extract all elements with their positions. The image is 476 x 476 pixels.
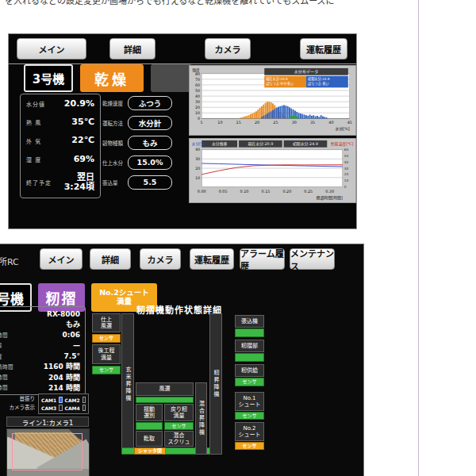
tab-カメラ[interactable]: カメラ: [140, 248, 181, 270]
svg-text:30: 30: [195, 100, 200, 104]
screenshot-stage: を入れるなどの設定変更が圃場からでも行えるなど乾燥機を離れていてもスムーズに 3…: [0, 0, 476, 476]
tab-メイン[interactable]: メイン: [17, 38, 86, 60]
camera-checkbox-cam1[interactable]: [59, 397, 62, 403]
tab-運転履歴[interactable]: 運転履歴: [300, 38, 347, 60]
diagram-node-paddy-elev: 籾昇降機: [209, 313, 222, 455]
camera-roi-overlay: [12, 433, 83, 470]
diagram-node-wind-bar: [136, 397, 194, 403]
spec-label: ロール時間: [0, 373, 8, 381]
page-caption: を入れるなどの設定変更が圃場からでも行えるなど乾燥機を離れていてもスムーズに: [5, 0, 335, 6]
camera-row: CAM3CAM4: [41, 405, 86, 411]
site-label: 作業所RC: [0, 255, 19, 267]
svg-text:10: 10: [217, 120, 222, 125]
svg-text:20: 20: [344, 172, 349, 176]
spec-row: 本機累積時間1160 時間: [0, 362, 80, 370]
camera-checkbox-cam2[interactable]: [83, 397, 86, 403]
huller-spec-panel: 型 式RX-8000原 料もみ残運転時間0:06玄米満量—揺動角度7.5°本機累…: [0, 306, 86, 395]
setting-label: 仕上水分: [102, 159, 128, 167]
camera-feed-title: ライン1:カメラ1: [6, 416, 89, 427]
moisture-histogram: 01020304050607080頻度51015202530354045水分[%…: [189, 65, 356, 136]
tab-運転履歴[interactable]: 運転履歴: [190, 248, 234, 270]
diagram-node-chute1: No.1 シュート: [235, 392, 264, 411]
setting-row: 穀物種類もみ: [102, 136, 172, 149]
camera-option-label: CAM2: [65, 397, 80, 403]
setting-row: 乾燥速度ふつう: [102, 96, 172, 109]
tab-詳細[interactable]: 詳細: [90, 248, 131, 270]
svg-text:20: 20: [195, 167, 200, 171]
info-label: 終了予定: [26, 178, 52, 186]
spec-value: 7.5°: [64, 352, 80, 360]
svg-text:25: 25: [273, 120, 278, 125]
svg-text:80: 80: [195, 72, 200, 76]
svg-text:ばらつき:やや多い: ばらつき:やや多い: [266, 81, 294, 86]
svg-text:40: 40: [344, 160, 349, 164]
svg-text:水分布データ: 水分布データ: [294, 69, 318, 75]
setting-row: 仕上水分15.0%: [102, 155, 172, 169]
svg-text:60: 60: [344, 148, 349, 152]
spec-value: 204 時間: [48, 372, 80, 382]
diagram-node-finish-wind: 仕上 風選: [92, 313, 121, 332]
svg-text:35: 35: [310, 120, 315, 125]
setting-row: 運転方法水分計: [102, 116, 172, 129]
diagram-node-wind: 風選: [136, 382, 194, 396]
info-label: 熱 風: [26, 118, 41, 126]
diagram-node-mix-screw: 混合 スクリュ: [164, 431, 194, 447]
info-label: 水分値: [26, 100, 45, 108]
spec-value: もみ: [66, 319, 80, 329]
svg-text:0.05: 0.05: [219, 189, 228, 194]
svg-text:70: 70: [195, 78, 200, 82]
diagram-node-supply: 籾供給: [235, 364, 264, 377]
svg-text:30: 30: [195, 157, 200, 161]
svg-text:初期水分:24.9: 初期水分:24.9: [293, 141, 318, 147]
svg-text:10: 10: [195, 176, 200, 180]
svg-text:経過時間[時間]: 経過時間[時間]: [317, 195, 343, 201]
spec-label: ベルト時間: [0, 383, 8, 391]
camera-checkbox-cam4[interactable]: [83, 405, 86, 411]
tab-カメラ[interactable]: カメラ: [205, 38, 251, 60]
camera-option-label: CAM3: [41, 405, 56, 411]
setting-label: 運転方法: [102, 119, 128, 127]
huller-screen: 作業所RC 号機 籾摺 No.2シュート満量 型 式RX-8000原 料もみ残運…: [0, 244, 364, 476]
dryer-settings: 乾燥速度ふつう運転方法水分計穀物種類もみ仕上水分15.0%張込量5.5: [102, 96, 172, 189]
diagram-node-mix-elev: 混合昇降機: [195, 382, 207, 455]
tab-詳細[interactable]: 詳細: [109, 38, 155, 60]
svg-text:30: 30: [344, 167, 349, 171]
svg-text:0.20: 0.20: [282, 189, 291, 194]
svg-text:45: 45: [347, 120, 352, 125]
svg-text:20: 20: [255, 120, 259, 125]
tab-メンテナンス[interactable]: メンテナンス: [290, 248, 335, 270]
camera-option-label: CAM1: [41, 397, 56, 403]
tab-メイン[interactable]: メイン: [40, 248, 83, 270]
svg-text:水分[%]: 水分[%]: [336, 126, 350, 132]
info-label: 湿 度: [26, 155, 41, 163]
spec-row: 残運転時間0:06: [0, 331, 80, 340]
dryer-unit-label: 3号機: [24, 64, 73, 92]
info-label: 外 気: [26, 137, 41, 145]
info-value: 20.9%: [64, 99, 94, 109]
spec-label: 揺動角度: [0, 352, 2, 360]
moisture-trend-chart: 1020304001020304050600.000.050.100.150.2…: [189, 138, 356, 203]
diagram-node-after-sensor: センサ: [92, 366, 121, 374]
camera-feed-image: [6, 428, 90, 476]
info-value: 翌日 3:24頃: [64, 173, 94, 193]
diagram-node-hull-unit: 籾摺部: [235, 340, 264, 352]
diagram-node-sway-bar: [136, 422, 163, 430]
spec-value: 1160 時間: [44, 361, 80, 371]
dryer-status-badge: 乾燥: [80, 64, 144, 92]
svg-text:頻度: 頻度: [192, 67, 200, 73]
diagram-node-brown-elev: 玄米昇降機: [121, 313, 134, 455]
diagram-node-chute2: No.2 シュート: [235, 422, 264, 441]
svg-text:0.30: 0.30: [325, 189, 334, 194]
setting-value: 5.5: [128, 175, 172, 190]
alert-line: 満量: [117, 298, 132, 306]
svg-text:20: 20: [195, 106, 200, 109]
info-row: 水分値20.9%: [26, 99, 94, 109]
spec-label: 残運転時間: [0, 331, 8, 339]
diagram-node-after-full: 後工程 満量: [92, 344, 121, 364]
tab-アラーム履歴[interactable]: アラーム履歴: [240, 248, 285, 270]
svg-text:40: 40: [328, 120, 333, 125]
setting-label: 穀物種類: [102, 139, 128, 147]
spec-row: 揺動角度7.5°: [0, 351, 80, 360]
camera-checkbox-cam3[interactable]: [59, 405, 62, 411]
setting-label: 乾燥速度: [102, 99, 128, 107]
